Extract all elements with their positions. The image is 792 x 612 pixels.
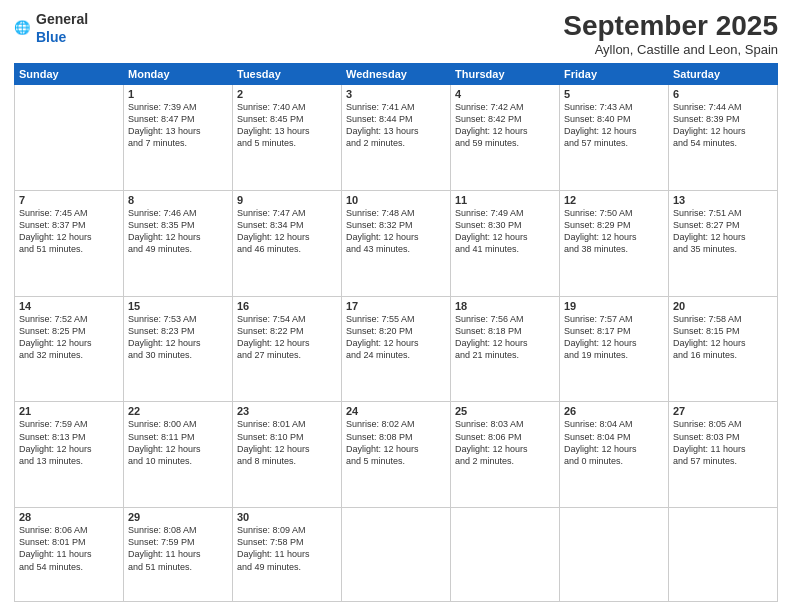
cell-info: Sunrise: 7:53 AMSunset: 8:23 PMDaylight:… (128, 313, 228, 362)
day-number: 16 (237, 300, 337, 312)
calendar-cell: 18Sunrise: 7:56 AMSunset: 8:18 PMDayligh… (451, 296, 560, 402)
cell-info: Sunrise: 7:39 AMSunset: 8:47 PMDaylight:… (128, 101, 228, 150)
day-number: 2 (237, 88, 337, 100)
day-number: 5 (564, 88, 664, 100)
day-number: 24 (346, 405, 446, 417)
week-row-3: 21Sunrise: 7:59 AMSunset: 8:13 PMDayligh… (15, 402, 778, 508)
cell-info: Sunrise: 7:49 AMSunset: 8:30 PMDaylight:… (455, 207, 555, 256)
logo-blue: Blue (36, 29, 66, 45)
calendar-cell: 29Sunrise: 8:08 AMSunset: 7:59 PMDayligh… (124, 508, 233, 602)
cell-info: Sunrise: 7:56 AMSunset: 8:18 PMDaylight:… (455, 313, 555, 362)
logo-icon: 🌐 (14, 19, 32, 37)
cell-info: Sunrise: 8:02 AMSunset: 8:08 PMDaylight:… (346, 418, 446, 467)
calendar-cell: 13Sunrise: 7:51 AMSunset: 8:27 PMDayligh… (669, 190, 778, 296)
day-number: 19 (564, 300, 664, 312)
calendar-cell: 11Sunrise: 7:49 AMSunset: 8:30 PMDayligh… (451, 190, 560, 296)
day-number: 27 (673, 405, 773, 417)
cell-info: Sunrise: 8:03 AMSunset: 8:06 PMDaylight:… (455, 418, 555, 467)
calendar-cell: 23Sunrise: 8:01 AMSunset: 8:10 PMDayligh… (233, 402, 342, 508)
header-sunday: Sunday (15, 64, 124, 85)
day-number: 15 (128, 300, 228, 312)
calendar-cell (451, 508, 560, 602)
calendar-cell: 6Sunrise: 7:44 AMSunset: 8:39 PMDaylight… (669, 85, 778, 191)
cell-info: Sunrise: 7:40 AMSunset: 8:45 PMDaylight:… (237, 101, 337, 150)
day-number: 10 (346, 194, 446, 206)
cell-info: Sunrise: 7:59 AMSunset: 8:13 PMDaylight:… (19, 418, 119, 467)
subtitle: Ayllon, Castille and Leon, Spain (563, 42, 778, 57)
week-row-0: 1Sunrise: 7:39 AMSunset: 8:47 PMDaylight… (15, 85, 778, 191)
day-number: 9 (237, 194, 337, 206)
calendar-cell: 9Sunrise: 7:47 AMSunset: 8:34 PMDaylight… (233, 190, 342, 296)
calendar-cell: 21Sunrise: 7:59 AMSunset: 8:13 PMDayligh… (15, 402, 124, 508)
week-row-2: 14Sunrise: 7:52 AMSunset: 8:25 PMDayligh… (15, 296, 778, 402)
day-number: 29 (128, 511, 228, 523)
cell-info: Sunrise: 7:46 AMSunset: 8:35 PMDaylight:… (128, 207, 228, 256)
month-title: September 2025 (563, 10, 778, 42)
header-wednesday: Wednesday (342, 64, 451, 85)
cell-info: Sunrise: 8:08 AMSunset: 7:59 PMDaylight:… (128, 524, 228, 573)
day-number: 22 (128, 405, 228, 417)
calendar-cell: 8Sunrise: 7:46 AMSunset: 8:35 PMDaylight… (124, 190, 233, 296)
header-monday: Monday (124, 64, 233, 85)
day-number: 13 (673, 194, 773, 206)
week-row-1: 7Sunrise: 7:45 AMSunset: 8:37 PMDaylight… (15, 190, 778, 296)
calendar-cell (15, 85, 124, 191)
day-number: 3 (346, 88, 446, 100)
day-number: 18 (455, 300, 555, 312)
header-thursday: Thursday (451, 64, 560, 85)
cell-info: Sunrise: 7:48 AMSunset: 8:32 PMDaylight:… (346, 207, 446, 256)
calendar-cell: 20Sunrise: 7:58 AMSunset: 8:15 PMDayligh… (669, 296, 778, 402)
day-number: 26 (564, 405, 664, 417)
day-number: 8 (128, 194, 228, 206)
calendar-cell: 30Sunrise: 8:09 AMSunset: 7:58 PMDayligh… (233, 508, 342, 602)
calendar-cell: 28Sunrise: 8:06 AMSunset: 8:01 PMDayligh… (15, 508, 124, 602)
cell-info: Sunrise: 8:05 AMSunset: 8:03 PMDaylight:… (673, 418, 773, 467)
cell-info: Sunrise: 8:00 AMSunset: 8:11 PMDaylight:… (128, 418, 228, 467)
calendar-cell: 14Sunrise: 7:52 AMSunset: 8:25 PMDayligh… (15, 296, 124, 402)
logo-general: General (36, 11, 88, 27)
cell-info: Sunrise: 8:04 AMSunset: 8:04 PMDaylight:… (564, 418, 664, 467)
cell-info: Sunrise: 7:55 AMSunset: 8:20 PMDaylight:… (346, 313, 446, 362)
header-saturday: Saturday (669, 64, 778, 85)
calendar-cell: 16Sunrise: 7:54 AMSunset: 8:22 PMDayligh… (233, 296, 342, 402)
calendar-cell: 17Sunrise: 7:55 AMSunset: 8:20 PMDayligh… (342, 296, 451, 402)
calendar-cell: 7Sunrise: 7:45 AMSunset: 8:37 PMDaylight… (15, 190, 124, 296)
cell-info: Sunrise: 7:50 AMSunset: 8:29 PMDaylight:… (564, 207, 664, 256)
title-area: September 2025 Ayllon, Castille and Leon… (563, 10, 778, 57)
calendar-cell: 26Sunrise: 8:04 AMSunset: 8:04 PMDayligh… (560, 402, 669, 508)
cell-info: Sunrise: 7:42 AMSunset: 8:42 PMDaylight:… (455, 101, 555, 150)
day-number: 23 (237, 405, 337, 417)
day-number: 11 (455, 194, 555, 206)
cell-info: Sunrise: 7:51 AMSunset: 8:27 PMDaylight:… (673, 207, 773, 256)
cell-info: Sunrise: 8:01 AMSunset: 8:10 PMDaylight:… (237, 418, 337, 467)
cell-info: Sunrise: 8:06 AMSunset: 8:01 PMDaylight:… (19, 524, 119, 573)
page: 🌐 General Blue September 2025 Ayllon, Ca… (0, 0, 792, 612)
calendar-cell: 24Sunrise: 8:02 AMSunset: 8:08 PMDayligh… (342, 402, 451, 508)
cell-info: Sunrise: 7:54 AMSunset: 8:22 PMDaylight:… (237, 313, 337, 362)
cell-info: Sunrise: 7:58 AMSunset: 8:15 PMDaylight:… (673, 313, 773, 362)
svg-text:🌐: 🌐 (14, 19, 31, 36)
day-number: 21 (19, 405, 119, 417)
calendar-cell: 15Sunrise: 7:53 AMSunset: 8:23 PMDayligh… (124, 296, 233, 402)
day-number: 7 (19, 194, 119, 206)
calendar-cell: 5Sunrise: 7:43 AMSunset: 8:40 PMDaylight… (560, 85, 669, 191)
day-number: 30 (237, 511, 337, 523)
day-number: 28 (19, 511, 119, 523)
week-row-4: 28Sunrise: 8:06 AMSunset: 8:01 PMDayligh… (15, 508, 778, 602)
cell-info: Sunrise: 7:44 AMSunset: 8:39 PMDaylight:… (673, 101, 773, 150)
calendar-cell (560, 508, 669, 602)
day-number: 12 (564, 194, 664, 206)
day-number: 6 (673, 88, 773, 100)
calendar-cell: 1Sunrise: 7:39 AMSunset: 8:47 PMDaylight… (124, 85, 233, 191)
calendar-cell: 19Sunrise: 7:57 AMSunset: 8:17 PMDayligh… (560, 296, 669, 402)
day-number: 20 (673, 300, 773, 312)
header-friday: Friday (560, 64, 669, 85)
cell-info: Sunrise: 7:52 AMSunset: 8:25 PMDaylight:… (19, 313, 119, 362)
cell-info: Sunrise: 7:57 AMSunset: 8:17 PMDaylight:… (564, 313, 664, 362)
cell-info: Sunrise: 7:45 AMSunset: 8:37 PMDaylight:… (19, 207, 119, 256)
calendar-cell: 4Sunrise: 7:42 AMSunset: 8:42 PMDaylight… (451, 85, 560, 191)
calendar-cell: 22Sunrise: 8:00 AMSunset: 8:11 PMDayligh… (124, 402, 233, 508)
day-number: 1 (128, 88, 228, 100)
calendar-cell: 27Sunrise: 8:05 AMSunset: 8:03 PMDayligh… (669, 402, 778, 508)
calendar-cell: 12Sunrise: 7:50 AMSunset: 8:29 PMDayligh… (560, 190, 669, 296)
